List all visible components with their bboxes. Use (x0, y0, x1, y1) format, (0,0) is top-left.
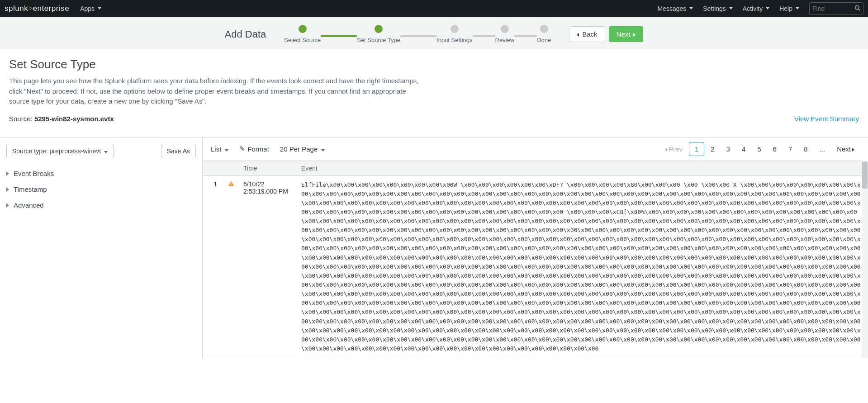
chevron-right-icon (6, 170, 9, 177)
col-header-event: Event (296, 161, 868, 175)
col-header-idx (203, 161, 223, 175)
step-done: Done (537, 25, 551, 43)
events-toolbar: List Format 20 Per Page Prev 1 2 3 4 5 6… (203, 137, 868, 161)
pager-prev: Prev (659, 142, 688, 156)
step-input-settings: Input Settings (436, 25, 473, 43)
format-button[interactable]: Format (239, 145, 269, 153)
chevron-down-icon (223, 145, 228, 153)
view-event-summary-link[interactable]: View Event Summary (794, 115, 859, 123)
pager-ellipsis[interactable]: ... (814, 142, 831, 156)
source-label: Source: 5295-win82-sysmon.evtx (9, 115, 114, 123)
event-raw-text: ElfFile\x00\x00\x00\x00\x00\x00\x00\x00\… (301, 180, 863, 354)
step-review: Review (495, 25, 515, 43)
messages-menu[interactable]: Messages (657, 5, 693, 12)
step-select-source: Select Source (284, 25, 321, 43)
brand-logo[interactable]: splunk>enterprise (5, 4, 69, 13)
paginator: Prev 1 2 3 4 5 6 7 8 ... Next (659, 142, 860, 156)
sourcetype-dropdown[interactable]: Source type: preprocess-winevt (6, 144, 114, 158)
chevron-down-icon (320, 145, 325, 153)
row-index: 1 (203, 175, 223, 358)
pager-page-7[interactable]: 7 (783, 142, 797, 156)
svg-point-0 (855, 5, 859, 9)
svg-rect-2 (231, 182, 231, 184)
back-button[interactable]: Back (569, 26, 605, 42)
left-pane: Source type: preprocess-winevt Save As E… (0, 137, 203, 359)
brand-suffix: enterprise (33, 4, 70, 13)
svg-line-1 (859, 9, 860, 10)
source-filename: 5295-win82-sysmon.evtx (34, 115, 114, 123)
events-table: Time Event 1 6/10/22 2 (203, 161, 868, 359)
row-time: 6/10/22 2:53:19.000 PM (238, 175, 296, 358)
col-header-warn (223, 161, 238, 175)
brand-prefix: splunk (5, 4, 28, 13)
accordion-advanced[interactable]: Advanced (6, 197, 196, 213)
search-icon (854, 5, 860, 12)
settings-menu[interactable]: Settings (703, 5, 733, 12)
apps-menu[interactable]: Apps (80, 5, 101, 12)
list-view-dropdown[interactable]: List (211, 145, 228, 153)
help-menu[interactable]: Help (779, 5, 799, 12)
step-set-source-type: Set Source Type (357, 25, 400, 43)
pager-page-6[interactable]: 6 (768, 142, 782, 156)
top-nav: splunk>enterprise Apps Messages Settings… (0, 0, 868, 17)
chevron-right-icon (6, 185, 9, 193)
wizard-bar: Add Data Select Source Set Source Type I… (0, 17, 868, 48)
wizard-title: Add Data (225, 28, 266, 40)
right-pane: List Format 20 Per Page Prev 1 2 3 4 5 6… (203, 137, 868, 359)
pager-page-4[interactable]: 4 (736, 142, 751, 156)
search-input[interactable] (812, 5, 849, 12)
svg-rect-3 (231, 185, 231, 185)
col-header-time: Time (238, 161, 296, 175)
vertical-scrollbar[interactable] (862, 161, 868, 359)
chevron-right-icon (6, 201, 9, 209)
chevron-left-icon (665, 145, 669, 153)
save-as-button[interactable]: Save As (161, 144, 196, 158)
pencil-icon (239, 145, 245, 153)
page-description: This page lets you see how the Splunk pl… (9, 76, 425, 107)
pager-page-1[interactable]: 1 (689, 142, 704, 156)
chevron-right-icon (851, 145, 854, 153)
wizard-steps: Select Source Set Source Type Input Sett… (284, 25, 551, 43)
perpage-dropdown[interactable]: 20 Per Page (280, 145, 325, 153)
table-row: 1 6/10/22 2:53:19.000 PM ElfFile\x00\x00… (203, 175, 868, 358)
pager-page-5[interactable]: 5 (752, 142, 766, 156)
pager-page-2[interactable]: 2 (705, 142, 720, 156)
accordion-timestamp[interactable]: Timestamp (6, 181, 196, 197)
chevron-down-icon (103, 147, 108, 155)
global-search[interactable] (809, 2, 863, 15)
apps-label: Apps (80, 5, 95, 12)
warning-icon[interactable] (228, 181, 234, 188)
next-button[interactable]: Next (609, 26, 644, 42)
page-title: Set Source Type (9, 57, 859, 71)
chevron-left-icon (577, 30, 580, 38)
chevron-right-icon (632, 30, 636, 38)
pager-next[interactable]: Next (831, 142, 860, 156)
pager-page-3[interactable]: 3 (721, 142, 735, 156)
activity-menu[interactable]: Activity (743, 5, 769, 12)
scrollbar-thumb[interactable] (862, 161, 868, 189)
accordion-event-breaks[interactable]: Event Breaks (6, 166, 196, 181)
pager-page-8[interactable]: 8 (798, 142, 813, 156)
